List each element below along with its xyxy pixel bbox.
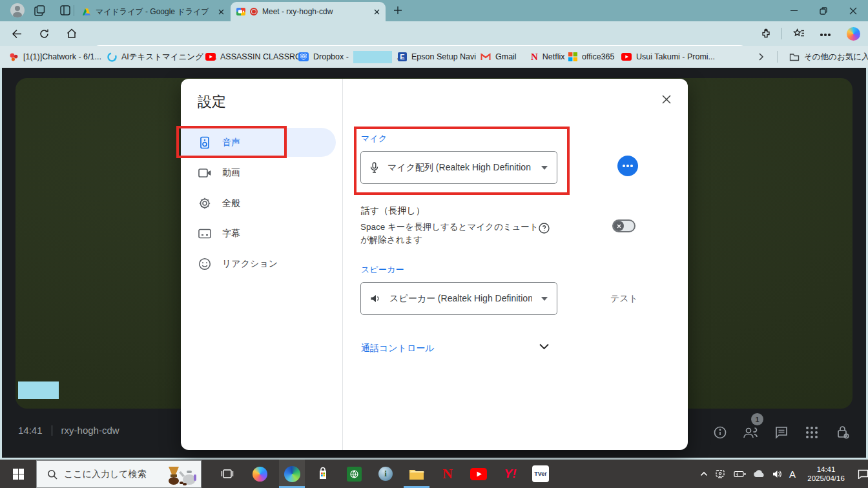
taskbar-youtube-icon[interactable]: [466, 460, 491, 488]
bookmark-epson[interactable]: E Epson Setup Navi: [398, 51, 476, 63]
push-to-talk-description: Space キーを長押しするとマイクのミュートが解除されます: [360, 221, 541, 247]
sidebar-item-reactions[interactable]: リアクション: [181, 249, 342, 279]
folder-icon: [789, 53, 800, 61]
chat-icon[interactable]: [771, 422, 792, 443]
meet-page: 14:41 rxy-hogh-cdw 1 設定: [2, 68, 866, 458]
tray-meet-now-icon[interactable]: [716, 469, 727, 478]
speaker-test-button[interactable]: テスト: [610, 293, 638, 305]
help-icon[interactable]: [539, 223, 550, 234]
taskbar-store-icon[interactable]: [310, 460, 336, 488]
tray-clock[interactable]: 14:41 2025/04/16: [803, 465, 849, 483]
minimize-button[interactable]: [779, 0, 809, 21]
extensions-icon[interactable]: [761, 28, 771, 39]
meet-divider: [52, 425, 52, 436]
annotation-box-microphone-section: [354, 127, 570, 195]
sidebar-item-captions[interactable]: 字幕: [181, 218, 342, 249]
tray-expand-chevron-icon[interactable]: [700, 471, 708, 476]
home-icon[interactable]: [66, 28, 78, 39]
workspaces-icon[interactable]: [34, 5, 46, 17]
bookmark-label: Gmail: [495, 52, 517, 61]
tab-google-drive[interactable]: マイドライブ - Google ドライブ: [76, 2, 230, 21]
taskbar-file-explorer-icon[interactable]: [404, 460, 429, 488]
bookmark-gmail[interactable]: Gmail: [480, 51, 517, 63]
tab-meet[interactable]: Meet - rxy-hogh-cdw: [231, 2, 386, 21]
taskbar-yahoo-icon[interactable]: Y!: [497, 460, 523, 488]
maximize-button[interactable]: [809, 0, 838, 21]
start-button[interactable]: [5, 460, 31, 488]
speaker-icon: [370, 294, 380, 303]
copilot-icon[interactable]: [847, 27, 860, 41]
other-favorites[interactable]: その他のお気に入り: [789, 51, 868, 63]
tab-title: マイドライブ - Google ドライブ: [96, 6, 214, 17]
tray-ime-indicator[interactable]: A: [789, 469, 796, 480]
bookmark-label: AIテキストマイニング b...: [121, 52, 217, 63]
taskbar-tver-icon[interactable]: TVer: [528, 460, 553, 488]
captions-icon: [198, 227, 212, 241]
tray-volume-icon[interactable]: [772, 470, 782, 478]
bookmark-office365[interactable]: office365: [568, 51, 615, 63]
bookmark-youtube-usui[interactable]: Usui Takumi - Promi...: [621, 51, 715, 63]
activities-grid-icon[interactable]: [801, 422, 822, 443]
epson-icon: E: [398, 52, 407, 61]
dialog-close-icon[interactable]: [661, 94, 672, 105]
close-window-button[interactable]: [838, 0, 868, 21]
system-tray: A 14:41 2025/04/16: [700, 460, 868, 488]
action-center-icon[interactable]: [858, 469, 868, 479]
back-icon[interactable]: [12, 28, 23, 39]
push-to-talk-toggle[interactable]: [612, 219, 636, 232]
bookmarks-overflow-chevron-icon[interactable]: [758, 52, 764, 61]
new-tab-icon[interactable]: [393, 5, 403, 15]
meeting-details-icon[interactable]: [710, 422, 730, 443]
ai-text-mining-icon: [107, 52, 117, 62]
bookmark-youtube-assassin[interactable]: ASSASSIN CLASSRO...: [205, 51, 308, 63]
tab-close-icon[interactable]: [374, 9, 380, 15]
taskbar-green-app-icon[interactable]: [341, 460, 367, 488]
bookmark-dropbox[interactable]: Dropbox - .: [298, 51, 398, 63]
call-control-chevron-icon[interactable]: [539, 343, 550, 351]
audio-more-options-button[interactable]: [617, 156, 638, 176]
tab-title: Meet - rxy-hogh-cdw: [262, 7, 369, 16]
bookmark-redaction: [353, 51, 392, 63]
sidebar-item-video[interactable]: 動画: [181, 158, 342, 188]
tray-battery-icon[interactable]: [734, 471, 746, 478]
sidebar-item-general[interactable]: 全般: [181, 188, 342, 218]
bookmark-label: ASSASSIN CLASSRO...: [220, 52, 308, 61]
bookmarks-bar: [1(1)]Chatwork - 6/1... AIテキストマイニング b...…: [0, 46, 868, 68]
gear-icon: [198, 196, 212, 210]
bookmark-label: Epson Setup Navi: [411, 52, 476, 61]
tab-close-icon[interactable]: [218, 9, 224, 15]
favorites-hub-icon[interactable]: [793, 28, 805, 39]
call-control-link[interactable]: 通話コントロール: [361, 343, 435, 354]
toolbar-separator: [781, 28, 782, 39]
taskbar-edge-icon[interactable]: [279, 460, 305, 488]
tray-onedrive-icon[interactable]: [753, 470, 765, 478]
annotation-box-audio-item: [176, 126, 287, 158]
host-controls-lock-icon[interactable]: [832, 422, 853, 443]
task-view-icon[interactable]: [214, 460, 240, 488]
taskbar-info-app-icon[interactable]: i: [373, 460, 398, 488]
more-menu-icon[interactable]: [824, 34, 827, 36]
screen: マイドライブ - Google ドライブ Meet - rxy-hogh-cdw: [0, 0, 868, 488]
bookmark-chatwork[interactable]: [1(1)]Chatwork - 6/1...: [9, 51, 101, 63]
sidebar-item-label: 動画: [222, 167, 240, 179]
taskbar-search-box[interactable]: ここに入力して検索: [36, 460, 202, 488]
participants-count-badge: 1: [751, 413, 763, 425]
bookmark-netflix[interactable]: N Netflix: [531, 51, 565, 63]
taskbar-copilot-icon[interactable]: [247, 460, 273, 488]
taskbar-netflix-icon[interactable]: N: [435, 460, 460, 488]
bookmark-label: [1(1)]Chatwork - 6/1...: [23, 52, 101, 61]
more-dots-icon: [626, 165, 629, 167]
speaker-value: スピーカー (Realtek High Definition ...: [389, 293, 532, 305]
search-highlight-image[interactable]: [163, 462, 200, 487]
profile-avatar-icon[interactable]: [10, 3, 25, 17]
sidebar-item-label: リアクション: [222, 258, 278, 270]
speaker-dropdown[interactable]: スピーカー (Realtek High Definition ...: [360, 282, 557, 315]
participants-icon[interactable]: 1: [740, 422, 761, 443]
bookmark-label: Dropbox -: [313, 52, 349, 61]
bookmark-ai-text-mining[interactable]: AIテキストマイニング b...: [107, 51, 217, 63]
push-to-talk-title: 話す（長押し）: [361, 205, 425, 217]
refresh-icon[interactable]: [39, 28, 50, 39]
youtube-icon: [621, 53, 632, 61]
tab-actions-icon[interactable]: [59, 5, 71, 16]
tray-date: 2025/04/16: [807, 474, 845, 482]
